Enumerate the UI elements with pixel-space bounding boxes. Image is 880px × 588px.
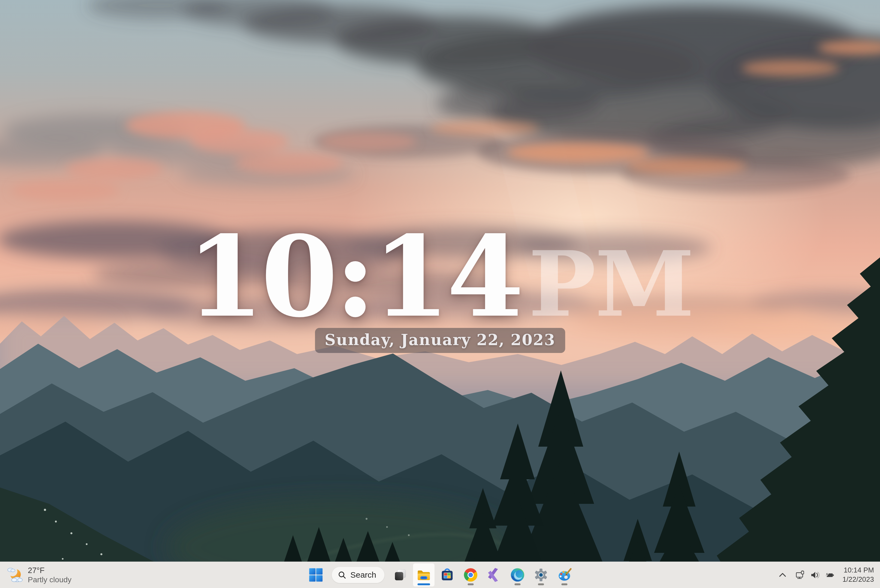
search-input[interactable]: Search	[331, 567, 384, 583]
task-view-button[interactable]	[390, 563, 411, 586]
search-icon	[337, 571, 346, 579]
microsoft-store-icon	[439, 567, 455, 582]
chrome-button[interactable]	[460, 563, 481, 586]
desktop: 10:14 PM Sunday, January 22, 2023	[0, 0, 880, 588]
visual-studio-icon	[486, 567, 502, 582]
tray-battery-button[interactable]	[823, 566, 836, 584]
edge-button[interactable]	[507, 563, 528, 586]
edge-icon	[510, 567, 525, 582]
tray-clock[interactable]: 10:14 PM 1/22/2023	[840, 565, 877, 585]
tray-network-button[interactable]	[794, 566, 806, 584]
weather-temperature: 27°F	[28, 566, 71, 575]
search-label: Search	[350, 570, 376, 579]
network-icon	[796, 570, 805, 580]
weather-condition: Partly cloudy	[28, 575, 71, 584]
running-indicator	[468, 584, 474, 585]
visual-studio-button[interactable]	[483, 563, 505, 586]
wallpaper-image	[0, 0, 880, 588]
running-indicator	[538, 584, 544, 585]
file-explorer-button[interactable]	[413, 563, 435, 586]
running-indicator	[561, 584, 567, 585]
system-tray: 10:14 PM 1/22/2023	[776, 562, 878, 588]
tray-volume-button[interactable]	[809, 566, 821, 584]
battery-charging-icon	[825, 570, 835, 580]
volume-icon	[810, 570, 820, 580]
taskbar-center: Search	[305, 562, 575, 588]
start-button[interactable]	[305, 563, 326, 586]
paint-palette-icon	[557, 567, 572, 582]
chrome-icon	[463, 567, 478, 582]
tray-time: 10:14 PM	[842, 566, 874, 575]
windows-start-icon	[308, 567, 323, 582]
running-indicator	[418, 584, 430, 585]
running-indicator	[514, 584, 520, 585]
moon-clouds-icon	[6, 567, 23, 584]
file-explorer-icon	[416, 567, 432, 582]
tray-date: 1/22/2023	[842, 575, 874, 584]
taskbar: 27°F Partly cloudy	[0, 562, 880, 588]
settings-button[interactable]	[530, 563, 552, 586]
microsoft-store-button[interactable]	[436, 563, 458, 586]
paint-button[interactable]	[554, 563, 575, 586]
settings-gear-icon	[533, 567, 549, 582]
task-view-icon	[393, 567, 408, 582]
chevron-up-icon	[778, 570, 787, 580]
tray-chevron-button[interactable]	[777, 566, 788, 584]
weather-widget[interactable]: 27°F Partly cloudy	[3, 563, 75, 587]
clock-date-pill: Sunday, January 22, 2023	[315, 328, 565, 353]
